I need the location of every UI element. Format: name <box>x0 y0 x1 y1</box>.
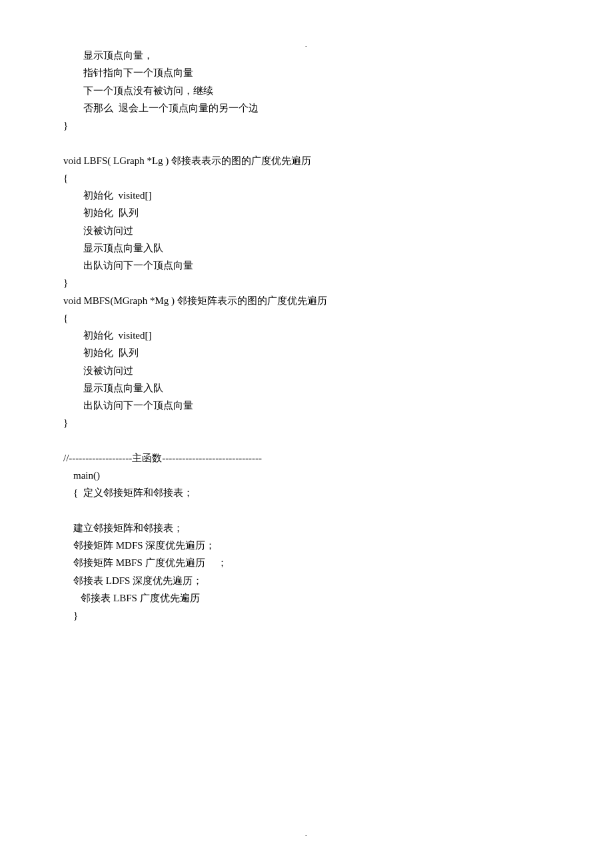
code-line: 建立邻接矩阵和邻接表； <box>63 519 550 537</box>
code-line: 初始化 visited[] <box>63 327 550 344</box>
blank-line <box>63 502 550 519</box>
code-line: 显示顶点向量入队 <box>63 379 550 397</box>
code-line: 初始化 队列 <box>63 344 550 361</box>
code-line: 显示顶点向量入队 <box>63 239 550 257</box>
code-line: 指针指向下一个顶点向量 <box>63 64 550 81</box>
code-line: 出队访问下一个顶点向量 <box>63 257 550 274</box>
code-line: } <box>63 274 550 291</box>
code-line: 出队访问下一个顶点向量 <box>63 397 550 414</box>
code-line: 没被访问过 <box>63 362 550 379</box>
code-line: 初始化 visited[] <box>63 187 550 204</box>
comment-line: //-------------------主函数----------------… <box>63 449 550 467</box>
code-line: 否那么 退会上一个顶点向量的另一个边 <box>63 99 550 117</box>
code-line: { <box>63 169 550 187</box>
code-line: } <box>63 414 550 431</box>
code-line: 初始化 队列 <box>63 204 550 221</box>
code-line: { <box>63 309 550 327</box>
code-line: 邻接矩阵 MDFS 深度优先遍历； <box>63 537 550 554</box>
page-marker-bottom: - <box>305 831 308 841</box>
code-line: void LBFS( LGraph *Lg ) 邻接表表示的图的广度优先遍历 <box>63 152 550 169</box>
code-line: 邻接表 LDFS 深度优先遍历； <box>63 572 550 589</box>
code-block: 显示顶点向量， 指针指向下一个顶点向量 下一个顶点没有被访问，继续 否那么 退会… <box>63 47 550 624</box>
blank-line <box>63 134 550 151</box>
code-line: void MBFS(MGraph *Mg ) 邻接矩阵表示的图的广度优先遍历 <box>63 292 550 309</box>
code-line: 没被访问过 <box>63 222 550 239</box>
document-page: - 显示顶点向量， 指针指向下一个顶点向量 下一个顶点没有被访问，继续 否那么 … <box>0 0 613 868</box>
code-line: 下一个顶点没有被访问，继续 <box>63 82 550 99</box>
code-line: 邻接矩阵 MBFS 广度优先遍历 ； <box>63 554 550 571</box>
code-line: } <box>63 607 550 624</box>
code-line: 邻接表 LBFS 广度优先遍历 <box>63 589 550 607</box>
code-line: main() <box>63 467 550 484</box>
code-line: } <box>63 117 550 134</box>
page-marker-top: - <box>305 41 308 52</box>
blank-line <box>63 432 550 449</box>
code-line: { 定义邻接矩阵和邻接表； <box>63 484 550 501</box>
